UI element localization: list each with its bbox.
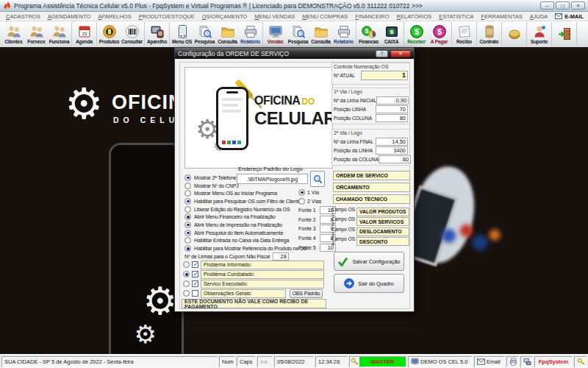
menu-item-menu-vendas[interactable]: MENU VENDAS — [251, 13, 298, 20]
problem-field[interactable]: Problema Informado: — [201, 261, 324, 269]
problem-checkbox[interactable] — [192, 290, 198, 297]
menu-item-agendamento[interactable]: AGENDAMENTO — [44, 13, 95, 20]
exit-dialog-button[interactable]: Sair do Quadro — [334, 274, 404, 293]
menu-item-ajuda[interactable]: AJUDA — [526, 13, 552, 20]
menu-item-ferramentas[interactable]: FERRAMENTAS — [478, 13, 526, 20]
toolbar-button-suporte[interactable]: Suporte — [528, 22, 551, 46]
menu-item-os-orcamento[interactable]: OS/ORÇAMENTO — [198, 13, 251, 20]
phone-gear-icon — [135, 322, 157, 347]
campo-field[interactable]: VALOR PRODUTOS — [356, 208, 409, 216]
toolbar-button-label: Receber — [407, 39, 426, 44]
problem-radio[interactable] — [183, 290, 190, 297]
problem-radio[interactable] — [183, 271, 190, 277]
toolbar-button-consulta[interactable]: Consulta — [216, 22, 239, 46]
toolbar-button-pesquisa[interactable]: Pesquisa — [287, 22, 309, 46]
option-radio[interactable] — [184, 222, 191, 228]
toolbar-button-produtos[interactable]: Produtos — [98, 22, 121, 46]
toolbar-button-caixa[interactable]: $CAIXA — [380, 22, 403, 46]
problem-radio[interactable] — [183, 280, 190, 287]
option-radio[interactable] — [184, 174, 191, 181]
via1-row-field[interactable]: 0,90 — [376, 96, 409, 105]
toolbar-button-agenda[interactable]: 29Agenda — [73, 22, 96, 46]
toolbar-button-coin[interactable] — [503, 22, 526, 46]
toolbar-button-exitdoor[interactable]: EXIT — [553, 22, 576, 46]
minimize-button[interactable]: ─ — [540, 1, 554, 10]
option-radio[interactable] — [184, 183, 191, 189]
atual-field[interactable]: 1 — [361, 71, 408, 80]
toolbar-button-relatorio[interactable]: Relatório — [239, 22, 262, 46]
via2-row-field[interactable]: 3400 — [376, 146, 408, 155]
problem-checkbox[interactable] — [192, 261, 198, 268]
fonte-label: Fonte 2 — [298, 217, 318, 222]
campo-field[interactable]: DESCONTO — [356, 237, 409, 246]
toolbar-button-relatorio[interactable]: Relatório — [332, 22, 355, 46]
toolbar-button-consultar[interactable]: Consultar — [121, 22, 143, 46]
via1-row-field[interactable]: 80 — [376, 114, 408, 122]
status-printer[interactable] — [506, 356, 519, 367]
option-row[interactable]: Mostrar 2ª Telefone — [184, 174, 326, 182]
toolbar-button-consulta[interactable]: Consulta — [309, 22, 332, 46]
toolbar-button-aparelho[interactable]: Aparelho — [146, 22, 168, 46]
problem-field[interactable]: Servico Executado: — [201, 280, 324, 289]
toolbar-button-receber[interactable]: $Receber — [405, 22, 428, 46]
fonte-label: Fonte 5 — [298, 245, 318, 250]
toolbar-button-fornece[interactable]: Fornece — [25, 22, 48, 46]
toolbar-button-contrato[interactable]: Contrato — [478, 22, 501, 46]
background-phone-graphic — [109, 143, 184, 354]
via2-row-field[interactable]: 14,50 — [376, 138, 408, 146]
problem-field[interactable]: Problema Constatado: — [201, 270, 324, 279]
obs-padrao-button[interactable]: OBS Padrão — [290, 289, 323, 298]
menu-item-relatorios[interactable]: RELATÓRIOS — [393, 13, 436, 20]
maximize-button[interactable]: ▢ — [556, 1, 570, 10]
campo-field[interactable]: VALOR SERVICOS — [356, 217, 409, 226]
menu-item-menu-compras[interactable]: MENU COMPRAS — [298, 13, 351, 20]
via-option[interactable]: 2 Vias — [298, 197, 321, 205]
campo-field[interactable]: DESLOCAMENTO — [356, 227, 409, 236]
status-email[interactable]: Email — [474, 356, 505, 367]
toolbar-button-recibo[interactable]: Recibo — [453, 22, 476, 46]
toolbar-button-clientes[interactable]: Clientes — [2, 22, 25, 46]
close-button[interactable]: ✕ — [571, 1, 585, 10]
option-radio[interactable] — [184, 237, 191, 244]
toolbar-button-a-pagar[interactable]: $A Pagar — [428, 22, 451, 46]
option-radio[interactable] — [184, 190, 191, 197]
dialog-titlebar[interactable]: Configuração da ORDEM DE SERVIÇO ? ✕ — [175, 48, 414, 59]
toolbar-button-vendas[interactable]: Vendas — [264, 22, 287, 46]
option-radio[interactable] — [184, 198, 191, 205]
option-label: Abrir Menu Financeiro na Finalização — [194, 214, 276, 219]
problem-field[interactable]: Observações Gerais: — [201, 289, 286, 298]
via-radio[interactable] — [298, 189, 305, 196]
via2-group-label: 2ª Via / Logo — [334, 130, 408, 137]
option-radio[interactable] — [184, 230, 191, 236]
toolbar-button-funciona[interactable]: Funciona — [48, 22, 71, 46]
via-radio[interactable] — [298, 198, 305, 205]
status-network[interactable] — [520, 356, 533, 367]
option-radio[interactable] — [184, 213, 191, 220]
toolbar-button-pesquisa[interactable]: Pesquisa — [193, 22, 216, 46]
save-config-button[interactable]: Salvar Configuração — [334, 252, 404, 271]
doc-type-field[interactable]: ORCAMENTO — [333, 183, 410, 192]
menu-item-estatistica[interactable]: ESTATISTICA — [435, 13, 477, 20]
via-option[interactable]: 1 Via — [298, 188, 321, 197]
dialog-help-button[interactable]: ? — [376, 50, 388, 57]
doc-type-field[interactable]: CHAMADO TECNICO — [333, 194, 410, 204]
via2-row-field[interactable]: 80 — [379, 155, 411, 163]
menu-item-financeiro[interactable]: FINANCEIRO — [351, 13, 392, 20]
toolbar-button-financas[interactable]: $Financas — [357, 22, 380, 46]
menu-item-aparelhos[interactable]: APARELHOS — [94, 13, 135, 20]
menu-item-produto-estoque[interactable]: PRODUTO/ESTOQUE — [135, 13, 198, 20]
problem-radio[interactable] — [183, 261, 190, 268]
toolbar-button-label: CAIXA — [384, 39, 399, 44]
menu-item-cadastros[interactable]: CADASTROS — [2, 13, 44, 20]
problem-checkbox[interactable] — [192, 271, 198, 277]
menu-item-e-mail[interactable]: E-MAIL — [551, 13, 587, 20]
option-radio[interactable] — [184, 245, 191, 252]
toolbar-button-menu-os[interactable]: Menu OS — [171, 22, 193, 46]
status-email-label: Email — [487, 358, 501, 365]
doc-type-field[interactable]: ORDEM DE SERVICO — [333, 171, 410, 180]
status-user: MASTER — [349, 356, 406, 367]
via1-row-field[interactable]: 70 — [376, 105, 408, 113]
problem-checkbox[interactable] — [192, 280, 198, 287]
dialog-close-button[interactable]: ✕ — [390, 50, 411, 57]
option-radio[interactable] — [184, 206, 191, 213]
